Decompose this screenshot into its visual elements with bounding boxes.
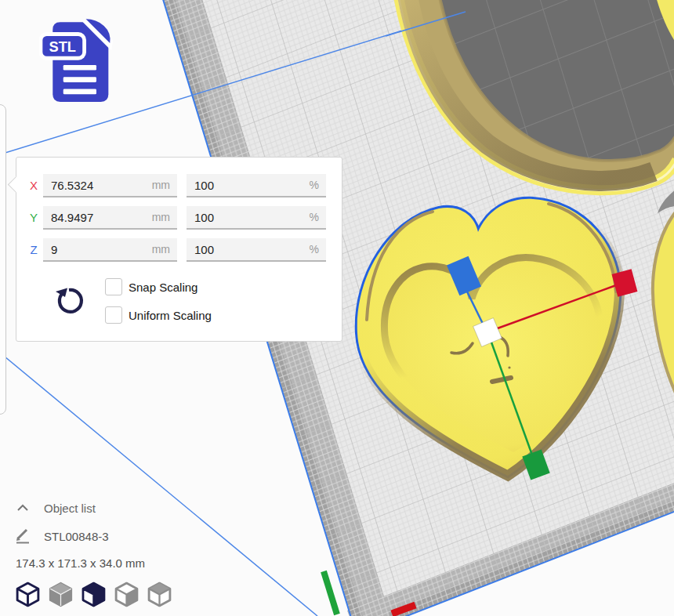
object-list-panel: Object list STL00848-3 174.3 x 171.3 x 3… (14, 500, 249, 608)
y-size-unit: mm (152, 211, 170, 223)
x-size-unit: mm (152, 179, 170, 191)
cura-3d-viewport-screenshot: STL X mm % Y mm % (0, 0, 674, 616)
scale-row-z: Z mm % (16, 238, 342, 262)
y-percent-input[interactable] (187, 206, 326, 228)
z-percent-field: % (187, 238, 326, 262)
x-percent-input[interactable] (187, 174, 326, 196)
view-mode-icons (14, 581, 249, 608)
cube-wireframe-icon[interactable] (14, 581, 42, 608)
stl-file-icon: STL (39, 17, 114, 108)
uniform-scaling-label: Uniform Scaling (129, 309, 212, 322)
z-size-field: mm (43, 238, 177, 262)
cube-top-face-icon[interactable] (146, 581, 173, 608)
left-toolbar-edge (0, 104, 6, 415)
cube-right-face-icon[interactable] (113, 581, 140, 608)
snap-scaling-option: Snap Scaling (105, 278, 197, 295)
z-percent-input[interactable] (187, 238, 326, 260)
axis-x-label: X (28, 179, 39, 192)
object-list-title: Object list (44, 502, 96, 515)
x-size-field: mm (43, 174, 177, 197)
y-size-field: mm (43, 206, 177, 230)
z-percent-unit: % (310, 243, 319, 255)
stl-badge-label: STL (49, 38, 75, 55)
object-list-header[interactable]: Object list (14, 500, 249, 516)
scale-row-x: X mm % (16, 174, 342, 197)
pencil-icon (15, 528, 31, 544)
snap-scaling-checkbox[interactable] (105, 278, 122, 295)
z-size-unit: mm (152, 243, 170, 255)
x-percent-unit: % (310, 179, 319, 191)
uniform-scaling-option: Uniform Scaling (105, 306, 212, 324)
object-item-name: STL00848-3 (44, 530, 109, 543)
y-percent-field: % (187, 206, 326, 230)
origin-y-axis-mark (324, 571, 337, 614)
reset-scale-button[interactable] (53, 284, 85, 317)
axis-z-label: Z (28, 243, 39, 256)
axis-y-label: Y (28, 211, 39, 224)
scale-tool-panel: X mm % Y mm % Z mm (16, 157, 342, 342)
x-percent-field: % (187, 174, 326, 197)
cube-half-filled-icon[interactable] (80, 581, 107, 608)
scale-row-y: Y mm % (16, 206, 342, 230)
y-percent-unit: % (310, 211, 319, 223)
object-list-item[interactable]: STL00848-3 (14, 528, 249, 544)
snap-scaling-label: Snap Scaling (129, 281, 197, 294)
chevron-up-icon (16, 504, 29, 512)
cube-solid-icon[interactable] (47, 581, 74, 608)
object-dimensions: 174.3 x 171.3 x 34.0 mm (16, 556, 249, 570)
uniform-scaling-checkbox[interactable] (105, 306, 122, 324)
